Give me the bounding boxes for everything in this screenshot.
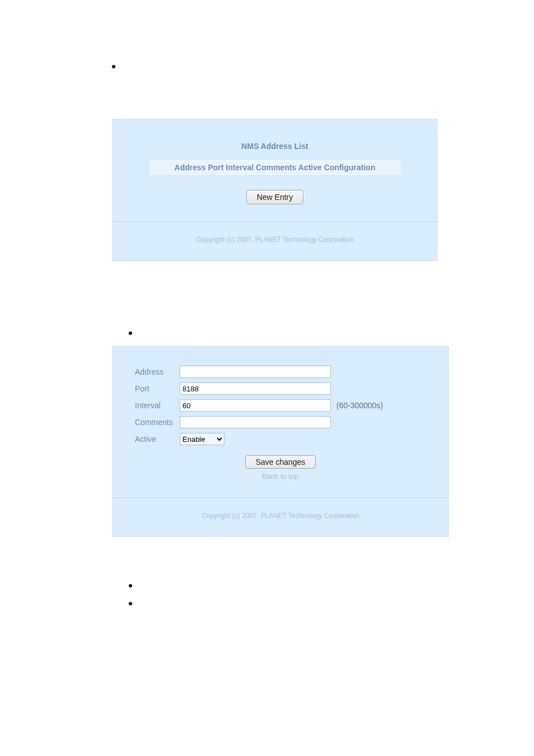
bullet-dot-icon <box>129 602 132 605</box>
new-entry-button[interactable]: New Entry <box>246 190 304 204</box>
port-input[interactable] <box>180 382 331 395</box>
interval-suffix: (60-300000s) <box>336 401 383 410</box>
interval-input[interactable] <box>180 399 331 412</box>
table-header-row: Address Port Interval Comments Active Co… <box>148 159 401 176</box>
save-changes-button[interactable]: Save changes <box>245 455 316 469</box>
entry-form-panel: Address Port Interval (60-300000s) Comme… <box>112 346 449 537</box>
active-label: Active <box>135 435 180 444</box>
copyright-text: Copyright (c) 2007, PLANET Technology Co… <box>113 497 448 536</box>
comments-input[interactable] <box>180 416 331 428</box>
bullet-item <box>129 599 500 605</box>
back-to-top-link[interactable]: Back to top <box>113 472 448 480</box>
copyright-text: Copyright (c) 2007, PLANET Technology Co… <box>113 221 437 260</box>
panel-title: NMS Address List <box>124 142 426 151</box>
form-row-interval: Interval (60-300000s) <box>113 397 448 414</box>
address-label: Address <box>135 367 180 376</box>
address-input[interactable] <box>180 366 331 378</box>
form-row-active: Active Enable <box>113 431 448 447</box>
interval-label: Interval <box>135 401 180 410</box>
comments-label: Comments <box>135 418 180 427</box>
form-row-address: Address <box>113 363 448 380</box>
bullet-dot-icon <box>112 65 115 68</box>
form-row-port: Port <box>113 380 448 397</box>
bullet-item <box>112 62 500 68</box>
bullet-item <box>129 328 500 335</box>
port-label: Port <box>135 384 180 393</box>
active-select[interactable]: Enable <box>180 433 224 445</box>
bullet-dot-icon <box>129 584 132 587</box>
form-row-comments: Comments <box>113 414 448 431</box>
bullet-item <box>129 581 500 587</box>
nms-address-list-panel: NMS Address List Address Port Interval C… <box>112 119 438 261</box>
bullet-dot-icon <box>129 332 132 335</box>
